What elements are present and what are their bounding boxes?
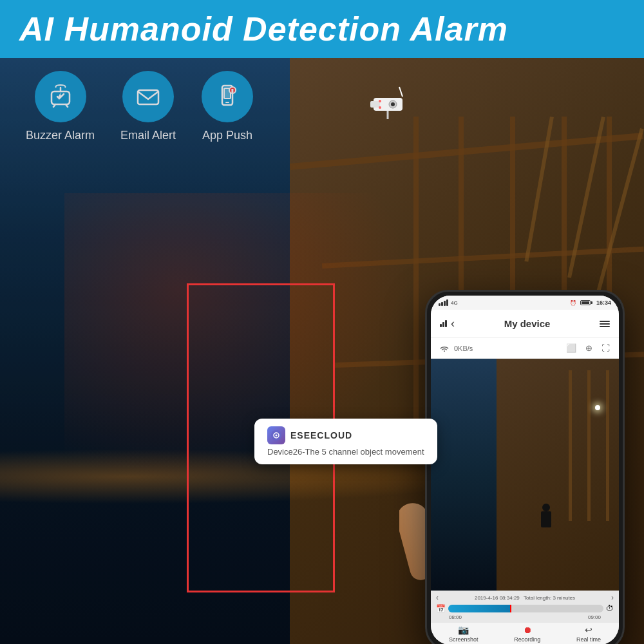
phone-actions-bar: 📷 Screenshot ⏺ Recording ↩ Real time — [431, 623, 619, 644]
timeline-row: 📅 ⏱ — [436, 604, 614, 613]
notification-app-name: ESEECLOUD — [290, 430, 352, 440]
wifi-signal — [440, 320, 447, 327]
menu-line-3 — [600, 326, 610, 327]
nav-menu-icon[interactable] — [600, 319, 610, 328]
video-figure-body — [541, 511, 551, 527]
wifi-bar-1 — [440, 324, 442, 327]
wifi-bar-2 — [442, 322, 444, 327]
timeline-times: 08:00 09:00 — [436, 614, 614, 620]
timeline-end-time: 09:00 — [588, 614, 601, 620]
phone-screen: 4G ⏰ 16:34 — [431, 296, 619, 644]
realtime-icon: ↩ — [585, 625, 592, 635]
video-beam-3 — [569, 370, 572, 521]
screenshot-label: Screenshot — [449, 636, 478, 643]
timeline-prev[interactable]: ‹ — [436, 593, 439, 602]
phone-mockup: 4G ⏰ 16:34 — [425, 290, 625, 644]
battery-tip — [591, 301, 592, 304]
recording-button[interactable]: ⏺ Recording — [514, 625, 540, 643]
signal-bar-2 — [441, 302, 443, 306]
notification-header: ESEECLOUD — [267, 426, 424, 444]
screenshot-button[interactable]: 📷 Screenshot — [449, 625, 478, 643]
timeline-total: Total length: 3 minutes — [524, 595, 575, 601]
notification-popup: ESEECLOUD Device26-The 5 channel object … — [254, 419, 437, 464]
video-building — [497, 359, 619, 591]
wifi-bar-3 — [445, 320, 447, 327]
signal-bar-4 — [446, 299, 448, 306]
timeline-info: 2019-4-16 08:34:29 Total length: 3 minut… — [475, 595, 575, 601]
header-banner: AI Humanoid Detection Alarm — [0, 0, 644, 58]
phone-sub-bar: 0KB/s ⬜ ⊕ ⛶ — [431, 338, 619, 359]
alarm-icon: ⏰ — [570, 300, 576, 306]
svg-point-17 — [379, 100, 381, 102]
svg-point-18 — [379, 106, 381, 109]
camera-device-container — [361, 84, 412, 125]
notification-message: Device26-The 5 channel object movement — [267, 447, 424, 457]
menu-line-2 — [600, 323, 610, 325]
page-title: AI Humanoid Detection Alarm — [19, 10, 508, 48]
video-figure-head — [542, 504, 550, 511]
copy-icon[interactable]: ⬜ — [566, 343, 576, 353]
playhead — [510, 605, 511, 612]
recording-label: Recording — [514, 636, 540, 643]
phone-nav-bar: ‹ My device — [431, 310, 619, 338]
signal-type: 4G — [451, 300, 458, 306]
notification-app-icon — [267, 426, 285, 444]
svg-rect-13 — [370, 101, 380, 108]
fullscreen-icon[interactable]: ⛶ — [601, 343, 610, 353]
realtime-label: Real time — [576, 636, 601, 643]
phone-timeline-fill — [448, 605, 510, 612]
svg-point-10 — [444, 350, 445, 352]
back-arrow-icon[interactable]: ‹ — [451, 317, 455, 330]
phone-timeline-track[interactable] — [448, 605, 603, 612]
timeline-date: 2019-4-16 08:34:29 — [475, 595, 520, 601]
video-figure — [539, 504, 553, 533]
phone-time: 16:34 — [596, 299, 611, 306]
timeline-next[interactable]: › — [611, 593, 614, 602]
signal-bars — [439, 299, 448, 306]
phone-nav-title: My device — [504, 318, 551, 329]
battery-body — [580, 300, 591, 305]
battery-fill — [582, 301, 589, 304]
status-right: ⏰ 16:34 — [570, 299, 611, 306]
status-left: 4G — [439, 299, 458, 306]
timeline-start-time: 08:00 — [449, 614, 462, 620]
recording-icon: ⏺ — [523, 625, 532, 635]
phone-video-area — [431, 359, 619, 591]
svg-point-9 — [276, 435, 278, 437]
nav-left: ‹ — [440, 317, 455, 330]
menu-line-1 — [600, 321, 610, 322]
wifi-icon — [440, 345, 449, 352]
calendar-icon[interactable]: 📅 — [436, 604, 446, 613]
svg-point-15 — [391, 102, 395, 106]
phone-video-inner — [431, 359, 619, 591]
settings-icon[interactable]: ⊕ — [585, 343, 592, 353]
timeline-header: ‹ 2019-4-16 08:34:29 Total length: 3 min… — [436, 593, 614, 602]
signal-bar-1 — [439, 303, 440, 306]
phone-status-bar: 4G ⏰ 16:34 — [431, 296, 619, 310]
video-beam-1 — [606, 370, 609, 521]
clock-icon[interactable]: ⏱ — [606, 604, 614, 613]
svg-line-11 — [399, 87, 402, 97]
phone-timeline-section: ‹ 2019-4-16 08:34:29 Total length: 3 min… — [431, 591, 619, 623]
video-light — [595, 405, 600, 410]
battery-indicator — [580, 300, 592, 305]
camera-device-icon — [361, 84, 412, 122]
video-beam-2 — [587, 370, 591, 521]
screenshot-icon: 📷 — [458, 625, 469, 635]
signal-bar-3 — [444, 301, 446, 306]
phone-speed: 0KB/s — [454, 345, 473, 352]
realtime-button[interactable]: ↩ Real time — [576, 625, 601, 643]
main-container: AI Humanoid Detection Alarm Buzzer Alarm — [0, 0, 644, 644]
eseecloud-icon — [270, 430, 282, 441]
